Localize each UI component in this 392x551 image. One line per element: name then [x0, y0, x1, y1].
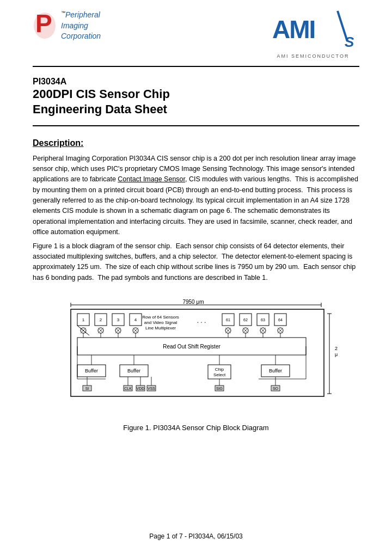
ami-logo: AMI S AMI SEMICONDUCTOR [267, 10, 359, 59]
svg-text:3: 3 [117, 317, 120, 322]
description-para1: Peripheral Imaging Corporation PI3034A C… [33, 154, 359, 238]
title-doctype: Engineering Data Sheet [33, 102, 359, 117]
svg-text:S: S [345, 34, 354, 50]
pic-tm: ™ [61, 10, 65, 15]
svg-text:290: 290 [335, 346, 338, 351]
pic-text: ™Peripheral Imaging Corporation [61, 10, 101, 42]
diagram-area: 7950 μm 290 μm 1 2 [33, 298, 359, 432]
pic-icon: P [33, 11, 57, 40]
title-divider [33, 125, 359, 126]
title-model: PI3034A [33, 77, 359, 87]
description-heading: Description: [33, 138, 359, 148]
svg-text:Buffer: Buffer [269, 368, 282, 374]
svg-text:Buffer: Buffer [85, 368, 98, 374]
svg-text:Select: Select [213, 372, 226, 377]
svg-text:Chip: Chip [215, 367, 224, 372]
svg-text:P: P [35, 11, 52, 38]
title-block: PI3034A 200DPI CIS Sensor Chip Engineeri… [33, 71, 359, 121]
svg-text:SI: SI [85, 387, 89, 390]
svg-text:Row of 64 Sensors: Row of 64 Sensors [142, 315, 179, 320]
description-section: Description: Peripheral Imaging Corporat… [33, 138, 359, 284]
title-product: 200DPI CIS Sensor Chip [33, 87, 359, 102]
footer: Page 1 of 7 - PI3034A, 06/15/03 [0, 532, 392, 540]
svg-text:62: 62 [243, 318, 248, 322]
svg-text:AMI: AMI [272, 15, 315, 44]
svg-text:2: 2 [100, 317, 102, 322]
page: P ™Peripheral Imaging Corporation AMI S [0, 0, 392, 551]
svg-text:63: 63 [261, 318, 265, 322]
header-logos: P ™Peripheral Imaging Corporation AMI S [33, 0, 359, 59]
svg-text:Buffer: Buffer [127, 368, 140, 374]
description-para2: Figure 1 is a block diagram of the senso… [33, 241, 359, 284]
svg-text:μm: μm [335, 352, 338, 357]
svg-text:64: 64 [278, 318, 283, 322]
svg-text:7950 μm: 7950 μm [182, 299, 204, 305]
svg-text:VDD: VDD [137, 387, 145, 390]
chip-diagram: 7950 μm 290 μm 1 2 [54, 298, 338, 418]
svg-text:1: 1 [82, 317, 85, 322]
diagram-container: 7950 μm 290 μm 1 2 [54, 298, 338, 418]
svg-text:VSS: VSS [148, 387, 155, 390]
pic-logo: P ™Peripheral Imaging Corporation [33, 10, 101, 42]
diagram-caption: Figure 1. PI3034A Sensor Chip Block Diag… [123, 424, 268, 432]
svg-text:SIG: SIG [216, 387, 223, 390]
ami-sub: AMI SEMICONDUCTOR [267, 53, 359, 59]
svg-text:Read Out Shift Register: Read Out Shift Register [163, 344, 220, 350]
footer-text: Page 1 of 7 - PI3034A, 06/15/03 [149, 532, 242, 540]
header-divider [33, 66, 359, 67]
svg-text:CLK: CLK [124, 387, 132, 390]
svg-text:61: 61 [226, 318, 230, 322]
svg-text:Line Multiplexer: Line Multiplexer [145, 326, 176, 330]
svg-text:. . .: . . . [197, 317, 206, 325]
svg-text:4: 4 [134, 317, 137, 322]
svg-text:SO: SO [273, 387, 279, 390]
svg-text:and Video Signal: and Video Signal [144, 320, 177, 325]
